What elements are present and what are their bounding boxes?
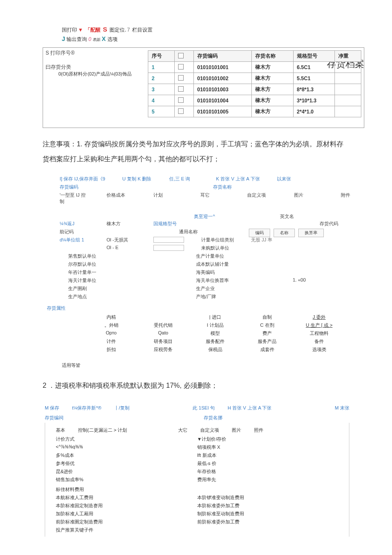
t1g[interactable]: 栏目设置 [132, 27, 153, 33]
attr-cell[interactable]: | 进口 [189, 314, 241, 320]
table-row[interactable]: 2 01010101002 橡木方 5.5C1 [148, 73, 361, 84]
row-checkbox[interactable] [178, 64, 184, 70]
f2-label-left: 投产推算关键子件 [56, 527, 197, 533]
attr-cell[interactable]: 选项类 [293, 346, 345, 353]
tab1[interactable]: 价格成本 [107, 192, 136, 205]
f2-t0[interactable]: M 保存 [45, 405, 59, 411]
tree-root[interactable]: 曰存货分类 [46, 64, 146, 71]
attr-cell[interactable]: 模型 [189, 330, 241, 337]
table-row[interactable]: 5 01010101005 橡木方 2*4*1.0 [148, 106, 361, 117]
f2tab2[interactable]: 大它 [178, 427, 187, 433]
attr-cell[interactable]: I 计划品 [189, 322, 241, 328]
unit-box-icon[interactable] [153, 237, 184, 243]
attr-cell[interactable] [137, 314, 189, 320]
attr-cell[interactable]: 服务配件 [189, 338, 241, 345]
attr-cell[interactable]: 工程物料 [293, 330, 345, 337]
tab0[interactable]: '一型至 IJ 控制 [60, 192, 89, 205]
table-row[interactable]: 4 01010101004 橡木方 3*10*1.3 [148, 95, 361, 106]
f2-t3[interactable]: 此 1SEI 句 [193, 405, 215, 411]
unit-box-icon-2[interactable] [153, 245, 184, 251]
f1-last[interactable]: 以末张 [277, 176, 307, 182]
attr-cell[interactable]: 保税品 [189, 346, 241, 353]
header-checkbox[interactable] [178, 53, 184, 58]
u2: Ol - E [107, 245, 136, 251]
form2-row: 本航标准人工费用本阶锣准变动制造费用 [56, 494, 338, 502]
attr-cell[interactable]: 研务项目 [137, 338, 189, 345]
mini-th-name: 名称 [274, 229, 295, 237]
attr-cell[interactable]: 服务产品 [241, 338, 293, 345]
attr-cell[interactable]: 内精 [85, 314, 137, 320]
attr-cell[interactable]: Qato [137, 330, 189, 337]
attr-cell[interactable]: 受托代销 [137, 322, 189, 328]
f2tab1[interactable]: 控制(二更漏运二 > 计划 [78, 427, 127, 433]
center-link[interactable]: 奥至迎一^ [60, 213, 349, 220]
attr-cell[interactable]: 成套件 [241, 346, 293, 353]
tab3[interactable]: 耳它 [200, 192, 230, 205]
f1-ren[interactable]: 任,三 E 询 [169, 176, 199, 182]
dropdown-icon[interactable]: ▼ [78, 27, 83, 33]
u1: Ol -无损其 [107, 237, 136, 243]
attr-cell[interactable]: 费产 [241, 330, 293, 337]
attr-cell[interactable]: U 生产 [ 或 > [293, 322, 345, 328]
cell-check [174, 106, 193, 117]
cell-seq: 4 [148, 95, 175, 106]
toolbar-top: 国打印▼ 「配醒 S 图定位.7 栏目设置 [21, 26, 371, 34]
attr-cell[interactable]: C 在剂 [241, 322, 293, 328]
f2-t2[interactable]: 丨/复制 [114, 405, 130, 411]
th-seq: 序号 [148, 51, 175, 62]
row-checkbox[interactable] [178, 86, 184, 92]
attr-cell[interactable]: 计件 [85, 338, 137, 345]
attr-cell[interactable]: Орто [85, 330, 137, 337]
t2b[interactable]: 输出查询 [66, 36, 87, 42]
t1e[interactable]: 图定位. [110, 27, 126, 33]
cell-name: 橡木方 [251, 95, 293, 106]
row-checkbox[interactable] [178, 108, 184, 114]
form-label-left: 尔存默认单位 [60, 261, 98, 267]
attr-cell[interactable]: 折扣 [85, 346, 137, 353]
f2-t4[interactable]: H 首张 V 上张 A 下张 [228, 405, 271, 411]
cell-spec: 3*10*1.3 [293, 95, 335, 106]
f2tab5[interactable]: 照件 [254, 427, 263, 433]
unit: d¼单位组 1 [60, 237, 89, 243]
f1-save[interactable]: I] 保存 IJ,保存并面《9 [60, 176, 105, 182]
row-checkbox[interactable] [178, 75, 184, 81]
f2-t5[interactable]: M 末张 [335, 405, 349, 411]
form-label-right: 生产企业 [196, 285, 226, 292]
detail-form-2: M 保存 t¼保存并新*® 丨/复制 此 1SEI 句 H 首张 V 上张 A … [45, 403, 349, 537]
f2tab3[interactable]: 自定义项 [200, 427, 219, 433]
f2-label-left: 标佳材料费用 [56, 486, 197, 493]
tab6[interactable]: 附件 [341, 192, 371, 205]
t2f[interactable]: 选项 [107, 36, 118, 42]
f1-nav[interactable]: K 首张 V 上张 A 下张 [216, 176, 260, 182]
attr-cell[interactable]: 应税劳务 [137, 346, 189, 353]
row-checkbox[interactable] [178, 97, 184, 103]
print-label[interactable]: 国打印 [62, 27, 77, 33]
th-spec: 规格型号 [293, 51, 335, 62]
attr-cell[interactable]: J 委外 [293, 314, 345, 320]
attr-cell[interactable]: 备件 [293, 338, 345, 345]
f2center: ▼计划价/存价 [197, 436, 227, 442]
t1c: 「配醒 [85, 27, 101, 33]
f1-copy[interactable]: U 复制 K 删除 [122, 176, 152, 182]
mini-th-rate: 换算率 [298, 229, 324, 237]
t2c: 0 [88, 36, 91, 42]
cell-code: 01010101005 [193, 106, 251, 117]
attr-cell[interactable]: 自制 [241, 314, 293, 320]
table-row[interactable]: 1 01010101001 橡木方 6.5C1 [148, 62, 361, 73]
cell-name: 橡木方 [251, 84, 293, 95]
tab5[interactable]: 图片 [294, 192, 324, 205]
daima: 存货代码 [320, 221, 349, 227]
attr-row: 内精| 进口自制J 委外 [85, 313, 345, 321]
table-row[interactable]: 3 01010101003 橡木方 8*8*1.3 [148, 84, 361, 95]
f2-t1[interactable]: t¼保存并新*® [72, 405, 101, 411]
attr-cell[interactable]: 。外销 [85, 322, 137, 328]
cell-check [174, 84, 193, 95]
cell-weight [335, 95, 361, 106]
f2tab0[interactable]: 基本 [56, 427, 65, 433]
f2-label-right: 年存价格 [197, 468, 216, 475]
tree-child[interactable]: 0(Ol)原材料分(02)产成品¼(03)饰品 [46, 71, 146, 77]
f2tab4[interactable]: 图片 [232, 427, 241, 433]
tab2[interactable]: 计划 [153, 192, 183, 205]
tab4[interactable]: 自定义项 [247, 192, 277, 205]
zhu: 助记码 [60, 229, 89, 235]
